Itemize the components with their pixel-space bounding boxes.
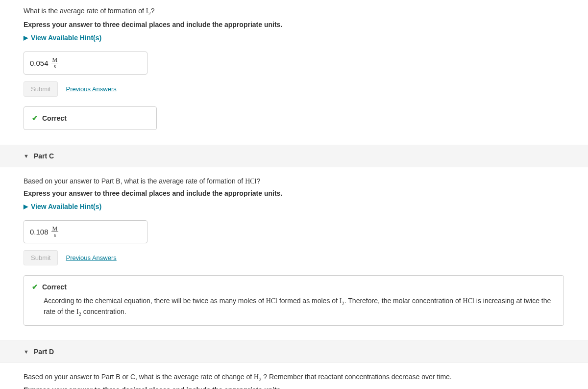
caret-down-icon: ▼ [24,153,29,159]
partD-header[interactable]: ▼ Part D [0,340,588,363]
answer-value: 0.054 [30,59,49,67]
unit-numerator: M [51,57,59,63]
hints-label: View Available Hint(s) [31,34,101,42]
partD-question: Based on your answer to Part B or C, wha… [24,372,564,384]
feedback-label: Correct [42,114,67,122]
feedback-label: Correct [42,283,67,291]
unit-fraction: M s [51,226,59,238]
partB-answer-display: 0.054 M s [24,52,147,75]
partC-header[interactable]: ▼ Part C [0,145,588,167]
unit-denominator: s [53,63,57,69]
question-tail: ? [151,7,155,15]
partD-instruction: Express your answer to three decimal pla… [24,386,564,389]
formula-hcl: HCl [245,178,256,185]
answer-value: 0.108 [30,228,49,236]
partB-feedback: ✔ Correct [24,106,157,130]
check-icon: ✔ [32,283,38,291]
partC-question: Based on your answer to Part B, what is … [24,176,564,186]
formula-h: H [254,373,259,381]
part-title: Part D [34,348,54,356]
view-hints-button[interactable]: ▶ View Available Hint(s) [24,34,101,42]
question-text: What is the average rate of formation of [24,7,146,15]
question-text: Based on your answer to Part B, what is … [24,177,245,185]
caret-right-icon: ▶ [24,34,28,41]
view-hints-button[interactable]: ▶ View Available Hint(s) [24,203,101,210]
question-text: Based on your answer to Part B or C, wha… [24,373,254,381]
submit-button: Submit [24,81,58,97]
submit-button: Submit [24,250,58,265]
caret-down-icon: ▼ [24,349,29,355]
feedback-explanation: According to the chemical equation, ther… [32,296,556,318]
question-tail: ? [256,177,260,185]
partC-instruction: Express your answer to three decimal pla… [24,189,564,197]
hints-label: View Available Hint(s) [31,203,101,210]
partB-instruction: Express your answer to three decimal pla… [24,21,564,28]
unit-denominator: s [53,232,57,238]
unit-fraction: M s [51,57,59,69]
question-tail: ? Remember that reactant concentrations … [261,373,451,381]
part-title: Part C [34,152,54,160]
check-icon: ✔ [32,114,38,123]
previous-answers-link[interactable]: Previous Answers [66,85,116,93]
partC-answer-display: 0.108 M s [24,220,147,243]
partC-feedback: ✔ Correct According to the chemical equa… [24,275,564,326]
unit-numerator: M [51,226,59,232]
previous-answers-link[interactable]: Previous Answers [66,254,116,261]
partB-question: What is the average rate of formation of… [24,6,564,18]
caret-right-icon: ▶ [24,203,28,210]
